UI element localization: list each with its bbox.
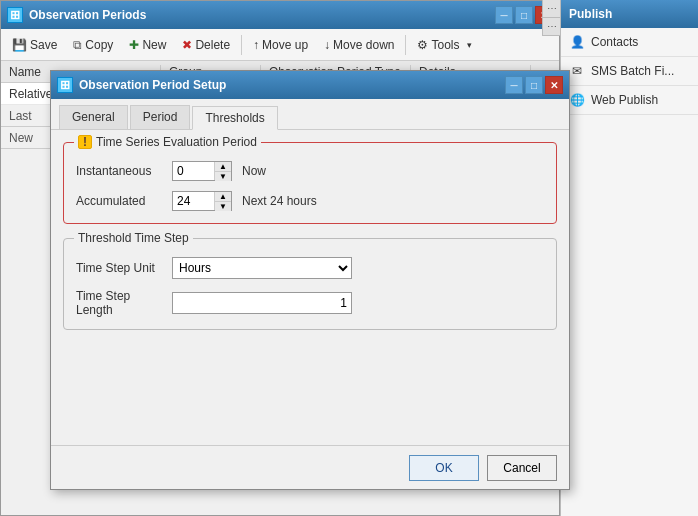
move-up-icon: ↑ [253,38,259,52]
right-item-web-publish[interactable]: 🌐 Web Publish [561,86,698,115]
accumulated-up-button[interactable]: ▲ [215,192,231,202]
dialog-content: ! Time Series Evaluation Period Instanta… [51,130,569,356]
toolbar: 💾 Save ⧉ Copy ✚ New ✖ Delete ↑ Move up ↓… [1,29,559,61]
main-title-icon: ⊞ [7,7,23,23]
move-down-button[interactable]: ↓ Move down [317,34,401,56]
accumulated-text: Next 24 hours [242,194,317,208]
move-up-button[interactable]: ↑ Move up [246,34,315,56]
instantaneous-spinner-btns: ▲ ▼ [215,162,231,180]
dialog-title-icon: ⊞ [57,77,73,93]
accumulated-down-button[interactable]: ▼ [215,202,231,211]
tools-dropdown-arrow: ▾ [467,40,472,50]
time-step-unit-select-wrap: Hours Minutes Days [172,257,352,279]
sms-icon: ✉ [569,63,585,79]
contacts-icon: 👤 [569,34,585,50]
dialog-controls: ─ □ ✕ [505,76,563,94]
dialog-footer: OK Cancel [51,445,569,489]
accumulated-spinner[interactable]: ▲ ▼ [172,191,232,211]
cancel-button[interactable]: Cancel [487,455,557,481]
accumulated-row: Accumulated ▲ ▼ Next 24 hours [76,191,544,211]
web-publish-icon: 🌐 [569,92,585,108]
tools-button[interactable]: ⚙ Tools ▾ [410,34,478,56]
dialog-title-bar: ⊞ Observation Period Setup ─ □ ✕ [51,71,569,99]
time-step-unit-row: Time Step Unit Hours Minutes Days [76,257,544,279]
save-button[interactable]: 💾 Save [5,34,64,56]
instantaneous-text: Now [242,164,266,178]
delete-icon: ✖ [182,38,192,52]
dialog-close-button[interactable]: ✕ [545,76,563,94]
right-item-contacts[interactable]: 👤 Contacts [561,28,698,57]
right-item-sms[interactable]: ✉ SMS Batch Fi... [561,57,698,86]
time-step-length-row: Time Step Length [76,289,544,317]
main-title-text: Observation Periods [29,8,495,22]
tab-period[interactable]: Period [130,105,191,129]
instantaneous-up-button[interactable]: ▲ [215,162,231,172]
dialog-tabs: General Period Thresholds [51,99,569,130]
dialog-minimize-button[interactable]: ─ [505,76,523,94]
time-step-length-input[interactable] [172,292,352,314]
instantaneous-spinner[interactable]: ▲ ▼ [172,161,232,181]
save-icon: 💾 [12,38,27,52]
copy-icon: ⧉ [73,38,82,52]
ok-button[interactable]: OK [409,455,479,481]
time-step-unit-select[interactable]: Hours Minutes Days [172,257,352,279]
ellipsis-buttons: ⋯ ⋯ [542,0,560,36]
toolbar-sep-1 [241,35,242,55]
right-panel-title: Publish [561,0,698,28]
instantaneous-down-button[interactable]: ▼ [215,172,231,181]
ellipsis-btn-top[interactable]: ⋯ [543,0,560,18]
time-series-group-label: ! Time Series Evaluation Period [74,135,261,149]
instantaneous-label: Instantaneous [76,164,166,178]
accumulated-input[interactable] [173,192,215,210]
threshold-group: Threshold Time Step Time Step Unit Hours… [63,238,557,330]
ellipsis-btn-bottom[interactable]: ⋯ [543,18,560,36]
instantaneous-row: Instantaneous ▲ ▼ Now [76,161,544,181]
time-series-group: ! Time Series Evaluation Period Instanta… [63,142,557,224]
time-step-unit-label: Time Step Unit [76,261,166,275]
main-title-bar: ⊞ Observation Periods ─ □ ✕ [1,1,559,29]
tab-thresholds[interactable]: Thresholds [192,106,277,130]
new-button[interactable]: ✚ New [122,34,173,56]
toolbar-sep-2 [405,35,406,55]
time-step-length-label: Time Step Length [76,289,166,317]
new-icon: ✚ [129,38,139,52]
instantaneous-input[interactable] [173,162,215,180]
restore-button[interactable]: □ [515,6,533,24]
dialog-restore-button[interactable]: □ [525,76,543,94]
dialog-title-text: Observation Period Setup [79,78,505,92]
tools-icon: ⚙ [417,38,428,52]
copy-button[interactable]: ⧉ Copy [66,34,120,56]
tab-general[interactable]: General [59,105,128,129]
threshold-group-label: Threshold Time Step [74,231,193,245]
minimize-button[interactable]: ─ [495,6,513,24]
right-panel: Publish 👤 Contacts ✉ SMS Batch Fi... 🌐 W… [560,0,698,516]
observation-period-dialog: ⊞ Observation Period Setup ─ □ ✕ General… [50,70,570,490]
warning-icon: ! [78,135,92,149]
accumulated-spinner-btns: ▲ ▼ [215,192,231,210]
move-down-icon: ↓ [324,38,330,52]
accumulated-label: Accumulated [76,194,166,208]
delete-button[interactable]: ✖ Delete [175,34,237,56]
